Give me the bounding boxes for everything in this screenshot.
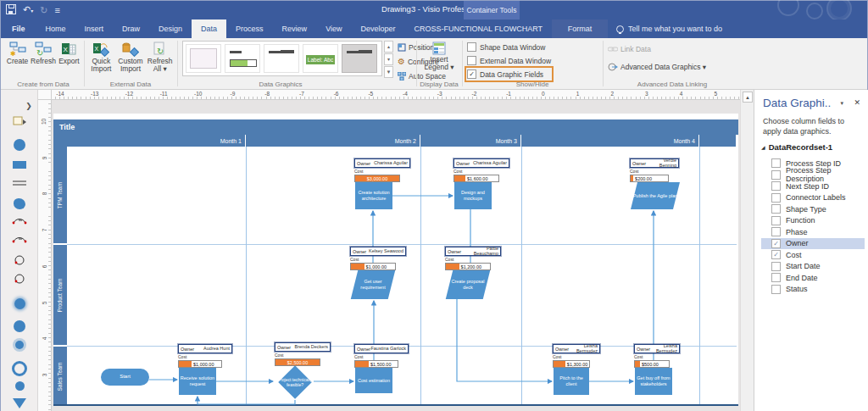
checkbox-shape-data-window[interactable]: Shape Data Window [467,42,551,53]
tab-data[interactable]: Data [192,19,226,38]
field-cost[interactable]: ✓Cost [761,249,865,261]
field-checkbox[interactable] [771,170,781,180]
field-phase[interactable]: Phase [761,226,865,238]
field-checkbox[interactable] [771,262,781,271]
field-checkbox[interactable] [771,158,781,168]
flow-shape-cost-estimation[interactable]: Cost estimationOwnerFaustina GarlockCost… [355,368,392,393]
field-owner[interactable]: ✓Owner [761,238,865,250]
flow-shape-create-proposal-deck[interactable]: Create proposal deckOwnerPattie Beaucham… [446,270,490,299]
field-checkbox[interactable]: ✓ [771,250,781,259]
strip-blob-icon[interactable] [1,198,38,209]
tab-cross-functional-flowchart[interactable]: CROSS-FUNCTIONAL FLOWCHART [405,19,553,38]
field-shape-type[interactable]: Shape Type [761,203,865,215]
gallery-scroll-icon[interactable]: ▾ [384,53,393,65]
recordset-node[interactable]: ◢DataRecordset-1 [761,142,832,152]
flow-shape-start[interactable]: Start [101,369,149,386]
scroll-up-button[interactable]: ▲ [743,92,753,103]
strip-stencil-icon[interactable] [1,115,38,125]
tab-insert[interactable]: Insert [75,19,114,38]
field-start-date[interactable]: Start Date [761,261,865,273]
tab-review[interactable]: Review [273,19,317,38]
field-checkbox[interactable] [771,204,781,214]
insert-legend-button[interactable]: Insert Legend ▾ [420,40,459,73]
strip-circle-small-icon[interactable] [1,381,38,391]
strip-circle-solid-icon[interactable] [1,320,38,332]
field-end-date[interactable]: End Date [761,272,865,284]
close-icon[interactable]: ✕ [854,98,860,107]
custom-import-button[interactable]: Custom Import [117,40,145,75]
strip-connector-curve-icon[interactable] [1,234,38,244]
owner-caption: Owner [632,161,646,166]
field-checkbox[interactable] [771,273,781,282]
ruler-number: 3 [645,91,648,97]
chevron-down-icon[interactable]: ▾ [840,100,843,107]
field-checkbox[interactable] [771,227,781,236]
data-graphics-gallery[interactable]: Label: Abc [182,41,382,76]
flow-shape-design-and-mockups[interactable]: Design and mockupsOwnerCharissa AguilarC… [454,182,492,209]
gallery-tile-label-badge[interactable]: Label: Abc [303,44,338,73]
drawing-page: Title Month 1Month 2Month 3Month 4 TPM T… [53,114,738,406]
field-checkbox[interactable]: ✓ [771,239,781,248]
strip-circle-solid-icon[interactable] [1,139,38,151]
refresh-button[interactable]: ↻ Refresh [31,40,56,67]
field-checkbox[interactable] [771,193,781,203]
gallery-scroll-icon[interactable]: ▼ [384,66,393,78]
flow-shape-get-user-requirement[interactable]: Get user requirementOwnerKelsey SeawoodC… [351,270,395,299]
gallery-tile-callout[interactable] [264,44,299,73]
strip-circle-ring-icon[interactable] [1,361,38,376]
tab-process[interactable]: Process [226,19,273,38]
gallery-scroll-icon[interactable]: ▴ [384,41,393,53]
gallery-tile-blank[interactable] [186,44,221,73]
strip-arc-icon[interactable] [1,273,38,285]
strip-rectangle-icon[interactable] [1,161,38,169]
strip-triangle-down-icon[interactable] [1,398,38,408]
tab-home[interactable]: Home [36,19,75,38]
checkbox-label: External Data Window [480,57,551,65]
strip-double-line-icon[interactable] [1,180,38,186]
tab-design[interactable]: Design [149,19,192,38]
tell-me-box[interactable]: Tell me what you want to do [608,19,731,38]
flow-shape-get-buy-off-from-stakeholders[interactable]: Get buy off from stakeholdersOwnerLeisha… [635,368,672,395]
checkbox-external-data-window[interactable]: External Data Window [467,55,551,66]
export-button[interactable]: X Export [58,40,81,67]
strip-expand-chevron-icon[interactable]: ❯ [1,102,38,110]
ruler-number: -3 [437,91,442,97]
field-status[interactable]: Status [761,284,865,296]
cost-bar: $2,500.00 [275,358,320,366]
quick-import-button[interactable]: X Quick Import [87,40,115,75]
drawing-canvas[interactable]: Title Month 1Month 2Month 3Month 4 TPM T… [52,100,740,411]
create-button[interactable]: ✱ Create [6,40,29,67]
strip-arc-icon[interactable] [1,254,38,266]
field-function[interactable]: Function [761,215,865,227]
owner-label: OwnerVerdie Benning [630,158,679,168]
flow-shape-pitch-to-the-client[interactable]: Pitch to the clientOwnerLeisha BermudezC… [554,368,589,395]
flow-shape-project-technically-feasible[interactable]: Project technically feasible?OwnerBrenda… [275,366,314,398]
shapes-panel-collapsed[interactable]: ❯ [1,90,38,411]
tab-draw[interactable]: Draw [113,19,149,38]
advanced-data-graphics-button[interactable]: Advanced Data Graphics ▾ [608,61,706,72]
flow-shape-publish-the-agile-plan[interactable]: Publish the Agile planOwnerVerdie Bennin… [631,182,680,209]
tab-view[interactable]: View [316,19,351,38]
field-checkbox[interactable] [771,181,781,191]
gallery-tile-data-bar[interactable] [225,44,260,73]
link-data-button[interactable]: Link Data [608,43,706,54]
tab-format[interactable]: Format [552,19,608,38]
field-process-step-description[interactable]: Process Step Description [761,169,865,181]
strip-circle-soft-icon[interactable] [1,298,38,309]
strip-circle-halo-icon[interactable] [1,341,38,349]
field-checkbox[interactable] [771,285,781,294]
checkbox-data-graphic-fields[interactable]: ✓Data Graphic Fields [467,69,551,80]
flow-shape-create-solution-architecture[interactable]: Create solution architectureOwnerChariss… [355,182,392,209]
vertical-scrollbar[interactable]: ▲ [740,90,754,411]
refresh-all-button[interactable]: ↻ Refresh All ▾ [146,40,174,75]
tab-developer[interactable]: Developer [351,19,404,38]
flow-shape-receive-solution-request[interactable]: Receive solution requestOwnerAudrea Hunt… [179,368,216,395]
field-connector-labels[interactable]: Connector Labels [761,192,865,204]
field-checkbox[interactable] [771,216,781,225]
connector[interactable] [457,299,552,381]
tab-file[interactable]: File [1,19,36,38]
strip-connector-curve-icon[interactable] [1,215,38,225]
custom-import-icon [122,42,139,57]
field-next-step-id[interactable]: Next Step ID [761,181,865,192]
gallery-tile-callout-selected[interactable] [342,44,377,73]
